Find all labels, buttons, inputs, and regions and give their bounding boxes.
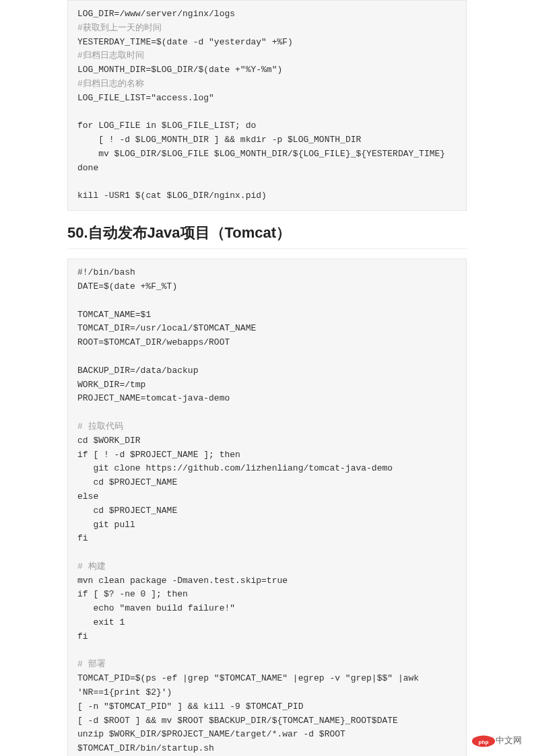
code-line: kill -USR1 $(cat $LOG_DIR/nginx.pid) xyxy=(77,191,267,201)
code-comment: # 部署 xyxy=(77,659,106,669)
code-line: BACKUP_DIR=/data/backup xyxy=(77,366,198,376)
code-comment: #获取到上一天的时间 xyxy=(77,23,162,33)
code-block-nginx: LOG_DIR=/www/server/nginx/logs #获取到上一天的时… xyxy=(67,0,467,211)
brand-footer: php 中文网 xyxy=(471,734,522,747)
code-comment: # 构建 xyxy=(77,561,106,572)
code-comment: # 拉取代码 xyxy=(77,421,123,432)
code-line: #!/bin/bash xyxy=(77,267,135,277)
code-line: cd $PROJECT_NAME xyxy=(77,477,177,487)
code-line: TOMCAT_PID=$(ps -ef |grep "$TOMCAT_NAME"… xyxy=(77,673,424,697)
code-line: if [ $? -ne 0 ]; then xyxy=(77,589,188,599)
code-line: for LOG_FILE in $LOG_FILE_LIST; do xyxy=(77,121,256,131)
code-line: exit 1 xyxy=(77,617,125,627)
code-line: LOG_DIR=/www/server/nginx/logs xyxy=(77,9,235,19)
code-line: mv $LOG_DIR/$LOG_FILE $LOG_MONTH_DIR/${L… xyxy=(77,149,445,159)
code-line: [ -d $ROOT ] && mv $ROOT $BACKUP_DIR/${T… xyxy=(77,716,398,726)
code-line: done xyxy=(77,163,98,173)
code-line: [ -n "$TOMCAT_PID" ] && kill -9 $TOMCAT_… xyxy=(77,701,303,712)
code-line: WORK_DIR=/tmp xyxy=(77,380,145,390)
code-line: DATE=$(date +%F_%T) xyxy=(77,281,177,291)
code-line: unzip $WORK_DIR/$PROJECT_NAME/target/*.w… xyxy=(77,729,345,739)
code-line: LOG_MONTH_DIR=$LOG_DIR/$(date +"%Y-%m") xyxy=(77,65,282,75)
code-line: [ ! -d $LOG_MONTH_DIR ] && mkdir -p $LOG… xyxy=(77,135,361,145)
code-line: cd $WORK_DIR xyxy=(77,436,141,446)
code-comment: #归档日志取时间 xyxy=(77,50,144,61)
section-heading-50: 50.自动发布Java项目（Tomcat） xyxy=(67,223,467,249)
code-line: fi xyxy=(77,631,88,642)
code-line: YESTERDAY_TIME=$(date -d "yesterday" +%F… xyxy=(77,37,293,47)
code-line: ROOT=$TOMCAT_DIR/webapps/ROOT xyxy=(77,337,230,347)
svg-text:php: php xyxy=(479,739,489,745)
code-line: cd $PROJECT_NAME xyxy=(77,506,177,516)
code-line: TOMCAT_NAME=$1 xyxy=(77,310,151,320)
code-line: fi xyxy=(77,533,88,543)
code-line: else xyxy=(77,491,98,502)
code-line: mvn clean package -Dmaven.test.skip=true xyxy=(77,576,288,586)
code-line: LOG_FILE_LIST="access.log" xyxy=(77,93,214,103)
code-line: git pull xyxy=(77,520,135,530)
brand-text: 中文网 xyxy=(496,734,522,747)
code-block-tomcat: #!/bin/bash DATE=$(date +%F_%T) TOMCAT_N… xyxy=(67,259,467,756)
code-line: TOMCAT_DIR=/usr/local/$TOMCAT_NAME xyxy=(77,323,256,333)
code-line: echo "maven build failure!" xyxy=(77,603,235,613)
code-comment: #归档日志的名称 xyxy=(77,79,144,89)
code-line: if [ ! -d $PROJECT_NAME ]; then xyxy=(77,450,240,460)
code-line: git clone https://github.com/lizhenliang… xyxy=(77,463,393,473)
php-logo-icon: php xyxy=(471,735,492,746)
code-line: $TOMCAT_DIR/bin/startup.sh xyxy=(77,743,214,753)
code-line: PROJECT_NAME=tomcat-java-demo xyxy=(77,393,230,403)
